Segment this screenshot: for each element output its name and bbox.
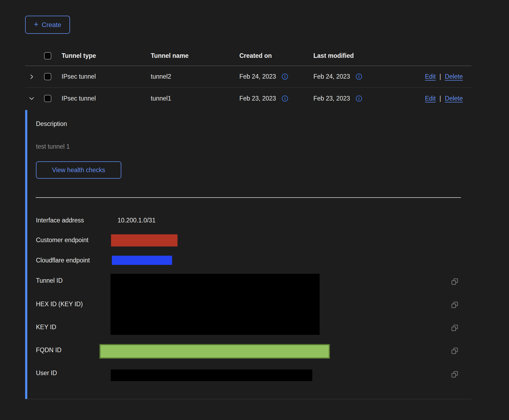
tunnel-id-label: Tunnel ID: [36, 277, 63, 285]
last-modified-cell: Feb 23, 2023: [313, 95, 350, 102]
copy-hex-id-icon[interactable]: [451, 301, 458, 309]
edit-link[interactable]: Edit: [425, 73, 436, 80]
tunnel-detail-panel: Description test tunnel 1 View health ch…: [25, 109, 471, 399]
tunnels-table: Tunnel type Tunnel name Created on Last …: [25, 46, 471, 109]
row-checkbox[interactable]: [44, 73, 51, 80]
table-row: IPsec tunnel tunnel2 Feb 24, 2023 Feb 24…: [25, 66, 471, 88]
copy-key-id-icon[interactable]: [451, 324, 458, 332]
chevron-right-icon[interactable]: [28, 74, 35, 80]
customer-endpoint-label: Customer endpoint: [36, 236, 88, 244]
info-icon[interactable]: [282, 73, 288, 80]
created-on-cell: Feb 23, 2023: [239, 95, 276, 102]
info-icon[interactable]: [356, 95, 362, 102]
create-button[interactable]: + Create: [25, 16, 70, 34]
description-label: Description: [36, 120, 67, 128]
header-last-modified: Last modified: [313, 52, 391, 59]
copy-tunnel-id-icon[interactable]: [451, 278, 458, 285]
action-separator: |: [440, 95, 441, 102]
tunnel-type-cell: IPsec tunnel: [62, 73, 151, 80]
tunnel-name-cell: tunnel2: [151, 73, 239, 80]
ids-redacted-block: [110, 274, 320, 335]
cloudflare-endpoint-redacted-value: [112, 256, 172, 265]
expanded-row-accent-bar: [25, 110, 27, 399]
customer-endpoint-redacted-value: [111, 234, 178, 246]
fqdn-id-label: FQDN ID: [36, 346, 62, 354]
action-separator: |: [440, 73, 441, 80]
section-divider: [36, 197, 461, 198]
copy-fqdn-id-icon[interactable]: [451, 347, 458, 355]
select-all-checkbox[interactable]: [44, 52, 51, 59]
delete-link[interactable]: Delete: [445, 73, 463, 80]
tunnel-type-cell: IPsec tunnel: [62, 95, 151, 102]
tunnels-page: + Create Tunnel type Tunnel name Created…: [0, 0, 509, 420]
copy-user-id-icon[interactable]: [451, 371, 458, 378]
interface-address-value: 10.200.1.0/31: [118, 216, 156, 224]
header-tunnel-type: Tunnel type: [62, 52, 151, 59]
created-on-cell: Feb 24, 2023: [239, 73, 276, 80]
cloudflare-endpoint-label: Cloudflare endpoint: [36, 256, 90, 264]
info-icon[interactable]: [282, 95, 288, 102]
chevron-down-icon[interactable]: [28, 95, 35, 102]
view-health-checks-button[interactable]: View health checks: [36, 161, 121, 179]
user-id-redacted-value: [111, 369, 312, 381]
table-row: IPsec tunnel tunnel1 Feb 23, 2023 Feb 23…: [25, 88, 471, 109]
tunnel-name-cell: tunnel1: [151, 95, 239, 102]
delete-link[interactable]: Delete: [445, 95, 463, 102]
fqdn-id-redacted-value: [99, 344, 330, 359]
description-value: test tunnel 1: [36, 143, 70, 151]
header-tunnel-name: Tunnel name: [151, 52, 239, 59]
user-id-label: User ID: [36, 369, 57, 377]
last-modified-cell: Feb 24, 2023: [313, 73, 350, 80]
row-checkbox[interactable]: [44, 95, 51, 102]
edit-link[interactable]: Edit: [425, 95, 436, 102]
header-created-on: Created on: [239, 52, 313, 59]
key-id-label: KEY ID: [36, 323, 56, 331]
hex-id-label: HEX ID (KEY ID): [36, 300, 83, 308]
create-button-label: Create: [42, 21, 61, 29]
table-header-row: Tunnel type Tunnel name Created on Last …: [25, 46, 471, 66]
plus-icon: +: [34, 20, 39, 28]
info-icon[interactable]: [356, 73, 362, 80]
interface-address-label: Interface address: [36, 216, 84, 224]
